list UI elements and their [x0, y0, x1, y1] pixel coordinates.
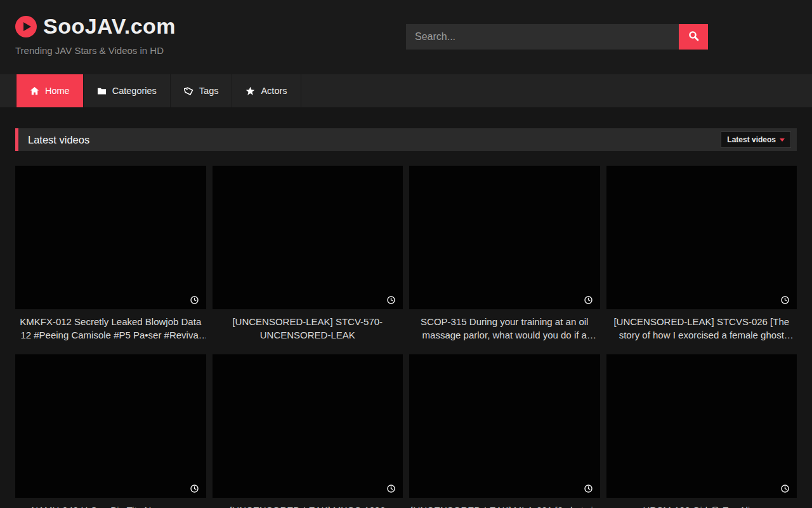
video-thumbnail[interactable]	[15, 166, 206, 309]
clock-icon	[781, 295, 789, 304]
video-card[interactable]: SCOP-315 During your training at an oil …	[409, 166, 600, 342]
clock-icon	[387, 295, 395, 304]
nav-item-label: Categories	[112, 86, 157, 96]
star-icon	[246, 86, 255, 96]
video-thumbnail[interactable]	[213, 166, 403, 309]
clock-icon	[387, 484, 395, 492]
video-thumbnail[interactable]	[409, 354, 600, 498]
folder-icon	[97, 86, 107, 96]
video-title: HRSM-186 Girl @ Era Alice	[606, 504, 797, 508]
video-thumbnail[interactable]	[213, 354, 403, 498]
clock-icon	[584, 295, 593, 304]
home-icon	[30, 86, 39, 96]
video-title: KMKFX-012 Secretly Leaked Blowjob Data 1…	[15, 315, 206, 342]
section-title: Latest videos	[18, 134, 89, 146]
sort-dropdown[interactable]: Latest videos	[721, 131, 791, 148]
video-grid: KMKFX-012 Secretly Leaked Blowjob Data 1…	[15, 166, 797, 508]
tag-icon	[184, 86, 193, 96]
video-card[interactable]: HRSM-186 Girl @ Era Alice	[606, 354, 797, 508]
search-input[interactable]	[406, 24, 679, 50]
section-header: Latest videos Latest videos	[15, 128, 797, 151]
video-title: NAMH-042 H Cup Big Tits Newcomer (170cm …	[15, 504, 206, 508]
sort-dropdown-label: Latest videos	[727, 135, 776, 144]
video-title: [UNCENSORED-LEAK] STCVS-026 [The story o…	[606, 315, 797, 342]
site-title[interactable]: SooJAV.com	[43, 14, 176, 39]
video-thumbnail[interactable]	[409, 166, 600, 309]
site-tagline: Trending JAV Stars & Videos in HD	[15, 45, 176, 56]
search-form	[406, 24, 708, 50]
video-thumbnail[interactable]	[606, 166, 797, 309]
clock-icon	[190, 295, 199, 304]
main-nav: Home Categories Tags Actors	[0, 74, 812, 107]
clock-icon	[190, 484, 199, 492]
nav-item-home[interactable]: Home	[16, 74, 84, 107]
video-title: [UNCENSORED-LEAK] MXGS-1296 Absolutely	[213, 504, 403, 508]
video-thumbnail[interactable]	[15, 354, 206, 498]
main-content: Latest videos Latest videos KMKFX-012 Se…	[0, 128, 812, 508]
video-thumbnail[interactable]	[606, 354, 797, 498]
video-card[interactable]: NAMH-042 H Cup Big Tits Newcomer (170cm …	[15, 354, 206, 508]
video-card[interactable]: [UNCENSORED-LEAK] MLA-231 [3 shots in	[409, 354, 600, 508]
video-card[interactable]: [UNCENSORED-LEAK] STCV-570-UNCENSORED-LE…	[213, 166, 403, 342]
search-button[interactable]	[679, 24, 708, 50]
caret-down-icon	[780, 138, 785, 142]
video-card[interactable]: [UNCENSORED-LEAK] MXGS-1296 Absolutely	[213, 354, 403, 508]
nav-item-label: Home	[45, 86, 70, 96]
video-card[interactable]: [UNCENSORED-LEAK] STCVS-026 [The story o…	[606, 166, 797, 342]
play-circle-icon	[15, 16, 37, 37]
video-card[interactable]: KMKFX-012 Secretly Leaked Blowjob Data 1…	[15, 166, 206, 342]
nav-item-categories[interactable]: Categories	[84, 74, 171, 107]
video-title: [UNCENSORED-LEAK] STCV-570-UNCENSORED-LE…	[213, 315, 403, 342]
site-logo[interactable]: SooJAV.com	[15, 14, 176, 39]
nav-item-actors[interactable]: Actors	[232, 74, 301, 107]
nav-item-tags[interactable]: Tags	[171, 74, 233, 107]
site-header: SooJAV.com Trending JAV Stars & Videos i…	[0, 0, 812, 74]
clock-icon	[781, 484, 789, 492]
nav-item-label: Tags	[199, 86, 219, 96]
magnifier-icon	[688, 30, 699, 43]
video-title: [UNCENSORED-LEAK] MLA-231 [3 shots in	[409, 504, 600, 508]
video-title: SCOP-315 During your training at an oil …	[409, 315, 600, 342]
nav-item-label: Actors	[261, 86, 287, 96]
clock-icon	[584, 484, 593, 492]
